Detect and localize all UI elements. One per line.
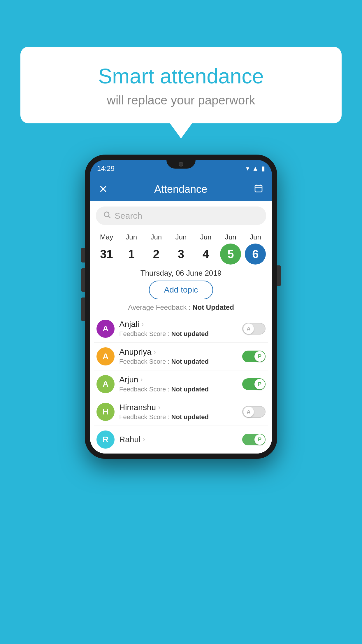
date-month: Jun <box>150 233 162 241</box>
student-feedback: Feedback Score : Not updated <box>119 386 238 393</box>
attendance-toggle[interactable]: P <box>242 434 266 445</box>
date-month: Jun <box>200 233 212 241</box>
search-bar[interactable]: Search <box>96 206 266 225</box>
student-row-partial[interactable]: R Rahul › P <box>94 426 268 454</box>
battery-icon: ▮ <box>261 165 265 172</box>
student-name: Anjali › <box>119 320 238 329</box>
date-item-jun4[interactable]: Jun 4 <box>194 233 217 265</box>
toggle-thumb: P <box>254 351 265 362</box>
chevron-right-icon: › <box>154 348 156 356</box>
svg-point-4 <box>104 212 109 217</box>
date-item-may31[interactable]: May 31 <box>95 233 118 265</box>
student-info: Arjun › Feedback Score : Not updated <box>119 375 238 393</box>
avatar: A <box>96 347 115 365</box>
student-info: Anupriya › Feedback Score : Not updated <box>119 347 238 365</box>
student-info: Rahul › <box>119 435 238 444</box>
date-number: 3 <box>171 244 191 265</box>
date-month: Jun <box>225 233 236 241</box>
student-info: Himanshu › Feedback Score : Not updated <box>119 403 238 421</box>
svg-line-5 <box>108 216 110 218</box>
screen-content: Search May 31 Jun 1 Jun 2 <box>90 201 272 454</box>
close-button[interactable]: ✕ <box>99 183 108 195</box>
speech-title: Smart attendance <box>38 64 324 88</box>
app-title: Attendance <box>154 183 207 195</box>
chevron-right-icon: › <box>141 321 143 328</box>
chevron-right-icon: › <box>158 404 160 411</box>
avatar: A <box>96 375 115 393</box>
date-month: Jun <box>175 233 187 241</box>
date-strip: May 31 Jun 1 Jun 2 Jun 3 <box>90 230 272 265</box>
date-item-jun2[interactable]: Jun 2 <box>145 233 168 265</box>
vol-up-button <box>81 248 85 262</box>
camera-button <box>81 298 85 321</box>
date-number: 5 <box>220 244 241 265</box>
student-row[interactable]: H Himanshu › Feedback Score : Not update… <box>94 398 268 426</box>
date-number: 1 <box>121 244 142 265</box>
toggle-thumb: A <box>243 407 254 417</box>
app-header: ✕ Attendance <box>90 177 272 201</box>
toggle-track[interactable]: A <box>242 323 266 335</box>
average-feedback: Average Feedback : Not Updated <box>90 303 272 312</box>
toggle-track[interactable]: P <box>242 378 266 390</box>
student-feedback: Feedback Score : Not updated <box>119 330 238 338</box>
speech-bubble: Smart attendance will replace your paper… <box>20 47 342 123</box>
student-feedback: Feedback Score : Not updated <box>119 413 238 421</box>
student-list: A Anjali › Feedback Score : Not updated <box>90 315 272 454</box>
toggle-track[interactable]: A <box>242 406 266 418</box>
attendance-toggle[interactable]: P <box>242 351 266 362</box>
toggle-thumb: A <box>243 323 254 334</box>
power-button <box>277 265 281 286</box>
avatar: A <box>96 320 115 338</box>
student-info: Anjali › Feedback Score : Not updated <box>119 320 238 338</box>
date-item-jun3[interactable]: Jun 3 <box>169 233 193 265</box>
speech-subtitle: will replace your paperwork <box>38 93 324 107</box>
chevron-right-icon: › <box>140 376 143 384</box>
date-number: 6 <box>245 244 266 265</box>
speech-bubble-container: Smart attendance will replace your paper… <box>20 47 342 123</box>
student-name: Rahul › <box>119 435 238 444</box>
date-month: Jun <box>250 233 261 241</box>
avg-feedback-value: Not Updated <box>192 303 234 311</box>
status-bar: 14:29 ▾ ▲ ▮ <box>90 160 272 177</box>
student-row[interactable]: A Anupriya › Feedback Score : Not update… <box>94 343 268 370</box>
add-topic-button[interactable]: Add topic <box>149 281 213 299</box>
toggle-thumb: P <box>254 434 265 445</box>
signal-icon: ▲ <box>252 165 259 172</box>
search-placeholder: Search <box>115 211 142 221</box>
selected-date: Thursday, 06 June 2019 <box>90 265 272 281</box>
svg-rect-0 <box>255 185 262 192</box>
student-row[interactable]: A Arjun › Feedback Score : Not updated <box>94 370 268 398</box>
student-name: Himanshu › <box>119 403 238 412</box>
status-icons: ▾ ▲ ▮ <box>246 165 265 172</box>
student-name: Anupriya › <box>119 347 238 357</box>
phone-wrapper: 14:29 ▾ ▲ ▮ ✕ Attendance <box>85 155 277 459</box>
date-number: 4 <box>195 244 216 265</box>
notch <box>166 160 196 169</box>
attendance-toggle[interactable]: A <box>242 406 266 418</box>
avatar: H <box>96 403 115 421</box>
search-icon <box>103 211 111 221</box>
student-name: Arjun › <box>119 375 238 384</box>
front-camera <box>179 162 183 167</box>
phone-device: 14:29 ▾ ▲ ▮ ✕ Attendance <box>85 155 277 459</box>
student-feedback: Feedback Score : Not updated <box>119 358 238 365</box>
date-item-jun6[interactable]: Jun 6 <box>244 233 267 265</box>
toggle-track[interactable]: P <box>242 351 266 362</box>
attendance-toggle[interactable]: P <box>242 378 266 390</box>
date-month: Jun <box>126 233 137 241</box>
date-item-jun5[interactable]: Jun 5 <box>219 233 242 265</box>
avatar: R <box>96 430 115 449</box>
toggle-thumb: P <box>254 379 265 389</box>
student-row[interactable]: A Anjali › Feedback Score : Not updated <box>94 315 268 343</box>
chevron-right-icon: › <box>143 436 145 443</box>
date-number: 2 <box>146 244 167 265</box>
wifi-icon: ▾ <box>246 165 249 172</box>
vol-down-button <box>81 268 85 292</box>
date-number: 31 <box>96 244 117 265</box>
date-month: May <box>100 233 113 241</box>
status-time: 14:29 <box>97 164 115 173</box>
attendance-toggle[interactable]: A <box>242 323 266 335</box>
toggle-track[interactable]: P <box>242 434 266 445</box>
calendar-icon[interactable] <box>254 184 263 195</box>
date-item-jun1[interactable]: Jun 1 <box>120 233 143 265</box>
